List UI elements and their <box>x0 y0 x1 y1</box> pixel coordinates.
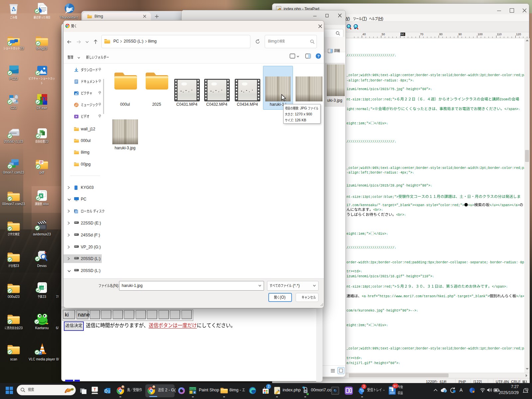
svg-text:?: ? <box>317 54 320 58</box>
svg-text:31: 31 <box>526 389 528 391</box>
svg-text:F: F <box>43 95 47 104</box>
svg-text:80: 80 <box>439 33 443 36</box>
svg-text:40: 40 <box>362 33 366 36</box>
svg-text:70: 70 <box>420 33 423 36</box>
svg-text:120: 120 <box>516 33 521 36</box>
svg-text:T: T <box>94 387 96 391</box>
svg-text:PAINT: PAINT <box>190 388 196 390</box>
svg-text:50: 50 <box>382 33 385 36</box>
svg-text:100: 100 <box>478 33 483 36</box>
svg-text:110: 110 <box>497 33 501 36</box>
svg-text:60: 60 <box>401 33 404 36</box>
svg-text:4: 4 <box>194 391 196 394</box>
svg-text:90: 90 <box>459 33 462 36</box>
